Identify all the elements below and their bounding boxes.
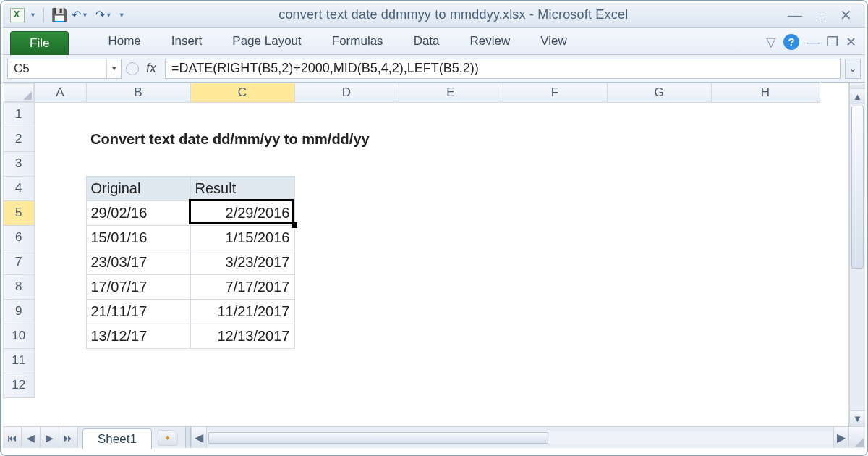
cell[interactable] (294, 250, 820, 274)
cancel-formula-icon[interactable] (126, 62, 139, 75)
minimize-button[interactable]: ― (788, 8, 802, 22)
redo-button[interactable]: ↷▼ (94, 8, 114, 22)
column-header-F[interactable]: F (503, 83, 607, 103)
cell-C7[interactable]: 3/23/2017 (190, 250, 294, 274)
cell-C8[interactable]: 7/17/2017 (190, 274, 294, 299)
excel-icon[interactable] (10, 8, 25, 22)
sheet-tab-sheet1[interactable]: Sheet1 (82, 428, 152, 449)
cell[interactable] (34, 200, 86, 225)
cell[interactable] (294, 274, 820, 299)
cell-C10[interactable]: 12/13/2017 (190, 324, 294, 348)
cell[interactable] (294, 299, 820, 324)
select-all-corner[interactable] (4, 83, 34, 102)
cell[interactable] (294, 225, 820, 250)
cell-B5[interactable]: 29/02/16 (86, 200, 190, 225)
row-header-4[interactable]: 4 (4, 176, 35, 200)
row-header-2[interactable]: 2 (4, 127, 35, 151)
cell[interactable] (34, 102, 820, 127)
cell[interactable] (294, 176, 820, 200)
hscroll-track[interactable] (207, 431, 833, 444)
row-header-1[interactable]: 1 (4, 102, 35, 127)
cell[interactable] (34, 373, 820, 397)
last-sheet-button[interactable]: ⏭ (59, 427, 78, 448)
name-box-dropdown-icon[interactable]: ▾ (106, 59, 121, 78)
row-header-5[interactable]: 5 (4, 200, 35, 225)
cell[interactable] (34, 324, 86, 348)
cell-C9[interactable]: 11/21/2017 (190, 299, 294, 324)
horizontal-scrollbar[interactable]: ◀ ▶ (191, 427, 865, 448)
vertical-scrollbar[interactable]: ▲ ▼ (849, 83, 865, 426)
workbook-close-button[interactable]: ✕ (846, 34, 856, 50)
workbook-minimize-button[interactable]: ― (807, 35, 820, 50)
fx-icon[interactable]: fx (146, 61, 156, 76)
cell[interactable] (34, 250, 86, 274)
row-header-10[interactable]: 10 (4, 324, 35, 348)
expand-formula-bar-icon[interactable]: ⌄ (845, 59, 861, 79)
column-header-G[interactable]: G (607, 83, 711, 103)
undo-button[interactable]: ↶▼ (70, 8, 90, 22)
scroll-track[interactable] (850, 104, 865, 410)
worksheet-grid[interactable]: A B C D E F G H 1 2 Convert text date dd… (3, 83, 849, 426)
cell[interactable] (34, 151, 820, 176)
first-sheet-button[interactable]: ⏮ (3, 427, 22, 448)
cell[interactable] (34, 299, 86, 324)
close-button[interactable]: ✕ (840, 8, 852, 22)
tab-insert[interactable]: Insert (169, 28, 205, 54)
column-header-C[interactable]: C (190, 83, 294, 103)
column-header-H[interactable]: H (711, 83, 820, 103)
cell[interactable] (294, 324, 820, 348)
new-sheet-button[interactable] (158, 430, 178, 446)
row-header-8[interactable]: 8 (4, 274, 35, 299)
column-header-B[interactable]: B (86, 83, 190, 103)
cell[interactable] (34, 127, 86, 151)
tab-review[interactable]: Review (467, 28, 514, 54)
ribbon-minimize-icon[interactable]: ▽ (766, 34, 776, 50)
scroll-right-icon[interactable]: ▶ (833, 427, 849, 448)
formula-input[interactable]: =DATE(RIGHT(B5,2)+2000,MID(B5,4,2),LEFT(… (165, 59, 841, 79)
row-header-3[interactable]: 3 (4, 151, 35, 176)
next-sheet-button[interactable]: ▶ (41, 427, 59, 448)
cell-C5[interactable]: 2/29/2016 (190, 200, 294, 225)
tab-view[interactable]: View (537, 28, 570, 54)
workbook-restore-button[interactable]: ❐ (827, 34, 838, 50)
cell[interactable] (294, 200, 820, 225)
cell-C6[interactable]: 1/15/2016 (190, 225, 294, 250)
scroll-thumb[interactable] (851, 106, 864, 269)
row-header-6[interactable]: 6 (4, 225, 35, 250)
file-tab[interactable]: File (10, 31, 69, 55)
column-header-E[interactable]: E (399, 83, 503, 103)
cell[interactable] (34, 348, 820, 373)
row-header-12[interactable]: 12 (4, 373, 35, 397)
row-header-7[interactable]: 7 (4, 250, 35, 274)
header-original[interactable]: Original (86, 176, 190, 200)
tab-page-layout[interactable]: Page Layout (229, 28, 304, 54)
qat-dropdown-icon[interactable]: ▼ (29, 12, 36, 19)
fill-handle[interactable] (292, 222, 297, 228)
split-handle[interactable] (850, 83, 865, 88)
scroll-down-icon[interactable]: ▼ (850, 410, 865, 426)
tab-home[interactable]: Home (105, 28, 143, 54)
cell[interactable] (34, 176, 86, 200)
cell[interactable] (34, 274, 86, 299)
cell-B9[interactable]: 21/11/17 (86, 299, 190, 324)
scroll-left-icon[interactable]: ◀ (191, 427, 207, 448)
name-box[interactable]: C5 ▾ (7, 59, 122, 79)
header-result[interactable]: Result (190, 176, 294, 200)
save-icon[interactable]: 💾 (51, 8, 66, 22)
tab-data[interactable]: Data (411, 28, 443, 54)
sheet-title[interactable]: Convert text date dd/mm/yy to mm/dd/yy (86, 127, 820, 151)
cell-B6[interactable]: 15/01/16 (86, 225, 190, 250)
row-header-11[interactable]: 11 (4, 348, 35, 373)
cell-B7[interactable]: 23/03/17 (86, 250, 190, 274)
maximize-button[interactable]: □ (817, 8, 825, 22)
cell[interactable] (34, 225, 86, 250)
column-header-D[interactable]: D (294, 83, 399, 103)
hscroll-thumb[interactable] (208, 432, 548, 444)
tab-formulas[interactable]: Formulas (329, 28, 386, 54)
row-header-9[interactable]: 9 (4, 299, 35, 324)
qat-customize-icon[interactable]: ▼ (118, 12, 125, 19)
prev-sheet-button[interactable]: ◀ (22, 427, 41, 448)
cell-B10[interactable]: 13/12/17 (86, 324, 190, 348)
scroll-up-icon[interactable]: ▲ (850, 88, 865, 104)
column-header-A[interactable]: A (34, 83, 86, 103)
